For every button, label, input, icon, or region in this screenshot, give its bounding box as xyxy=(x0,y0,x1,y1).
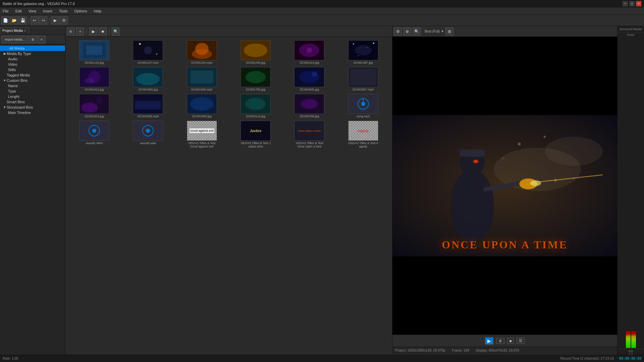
media-item-dcim1412[interactable]: DCIM1412.jpg xyxy=(68,66,120,92)
panel-tabs: Project Media ✕ xyxy=(0,26,65,35)
media-item-dcim1765[interactable]: DCIM1765.jpg xyxy=(229,66,282,92)
tree-main-timeline[interactable]: Main Timeline xyxy=(0,110,65,115)
tree-video[interactable]: Video xyxy=(0,62,65,67)
tree-audio[interactable]: Audio xyxy=(0,56,65,62)
settings-button[interactable]: ⚙ xyxy=(60,16,68,24)
view-btn[interactable]: ⊞ xyxy=(29,36,37,44)
media-item-vegas-good[interactable]: Good against evil VEGAS Titles & Text Go… xyxy=(176,120,228,149)
thumb-label-dcim1566: DCIM1566.jpg xyxy=(139,88,158,91)
preview-view-btn[interactable]: ⊞ xyxy=(445,27,453,36)
display-info: Display: 835x470x32; 29,970 xyxy=(476,349,519,352)
tree-item-label-type: Type xyxy=(8,89,16,93)
menu-help[interactable]: Help xyxy=(92,8,103,14)
tree-item-label-tagged: Tagged Media xyxy=(7,73,30,77)
menu-edit[interactable]: Edit xyxy=(14,8,23,14)
left-meter-bar xyxy=(626,331,631,348)
stop-btn[interactable]: ■ xyxy=(99,27,107,36)
media-item-dcim3112[interactable]: DCIM3112.jpg xyxy=(229,93,282,119)
menu-view[interactable]: View xyxy=(27,8,38,14)
svg-point-41 xyxy=(190,97,214,111)
render-button[interactable]: ▶ xyxy=(51,16,59,24)
project-info: Project: 1920x1080x128; 29,970p xyxy=(395,349,445,352)
left-panel: Project Media ✕ Import Media... ⊞ ≡ All … xyxy=(0,26,65,362)
thumb-label-dcim1566mp4: DCIM1566.mp4 xyxy=(191,88,212,91)
media-item-dcim1137[interactable]: DCIM1137.mov xyxy=(122,40,174,65)
media-item-dcim1387[interactable]: DCIM1387.jpg xyxy=(337,40,389,65)
svg-point-25 xyxy=(136,73,160,85)
media-item-dcim1939[interactable]: DCIM1939.mp4 xyxy=(122,93,174,119)
tree-arrow-6: ▼ xyxy=(3,106,7,109)
svg-point-55 xyxy=(545,137,603,166)
tree-item-label-length: Lenght xyxy=(8,95,19,99)
media-item-dcim1120[interactable]: DCIM1120.jpg xyxy=(68,40,120,65)
meters-container xyxy=(618,37,644,349)
thumb-label-dcim1867: DCIM1867.mp4 xyxy=(353,88,374,91)
tree-all-media[interactable]: All Media xyxy=(0,46,65,51)
tab-project-media[interactable]: Project Media ✕ xyxy=(0,27,29,34)
media-item-sound2[interactable]: sound2.wav xyxy=(122,120,174,149)
media-item-dcim1290[interactable]: DCIM1290.jpg xyxy=(229,40,282,65)
preview-zoom-btn[interactable]: 🔍 xyxy=(413,27,421,36)
media-item-vegas-once[interactable]: Once Upon a time VEGAS Titles & Text Onc… xyxy=(283,120,335,149)
tree-stills[interactable]: Stills xyxy=(0,67,65,72)
preview-snap-btn[interactable]: ⊕ xyxy=(403,27,411,36)
media-sort-btn[interactable]: ≡ xyxy=(76,27,84,36)
media-item-dcim1234[interactable]: DCIM1234.mp4 xyxy=(176,40,228,65)
preview-settings-btn[interactable]: ⚙ xyxy=(394,27,402,36)
menu-insert[interactable]: Insert xyxy=(42,8,54,14)
preview-image: Once Upon a Time xyxy=(392,37,617,335)
close-button[interactable]: ✕ xyxy=(636,1,641,6)
right-meter-bar xyxy=(631,331,636,348)
media-item-dcim1566mp4[interactable]: DCIM1566.mp4 xyxy=(176,66,228,92)
svg-point-11 xyxy=(244,44,267,57)
thumb-label-dcim1412: DCIM1412.jpg xyxy=(85,88,104,91)
media-item-song[interactable]: song.mp3 xyxy=(337,93,389,119)
tree-tagged-media[interactable]: Tagged Media xyxy=(0,72,65,78)
media-item-sound1[interactable]: sound1.WAV xyxy=(68,120,120,149)
thumb-label-dcim1999: DCIM1999.jpg xyxy=(192,115,212,118)
media-item-dcim1845[interactable]: DCIM1845.jpg xyxy=(283,66,335,92)
media-item-dcim1314[interactable]: DCIM1314.jpg xyxy=(283,40,335,65)
menu-options[interactable]: Options xyxy=(73,8,89,14)
preview-menu-btn[interactable]: ☰ xyxy=(517,338,525,344)
media-item-vegas-justice[interactable]: Justice VEGAS Titles & Text Justice wins xyxy=(229,120,282,149)
save-button[interactable]: 💾 xyxy=(19,16,27,24)
titlebar: Battle of the galaxies.veg - VEGAS Pro 1… xyxy=(0,0,644,7)
tree-length[interactable]: Lenght xyxy=(0,94,65,99)
svg-point-14 xyxy=(307,48,312,53)
media-item-dcim1867[interactable]: DCIM1867.mp4 xyxy=(337,66,389,92)
media-item-dcim1566[interactable]: DCIM1566.jpg xyxy=(122,66,174,92)
sort-btn[interactable]: ≡ xyxy=(38,36,46,44)
tree-custom-bins[interactable]: ▼ Custom Bins xyxy=(0,78,65,83)
tree-name[interactable]: Name xyxy=(0,83,65,88)
tree-storyboard[interactable]: ▼ Storyboard Bins xyxy=(0,105,65,110)
undo-button[interactable]: ↩ xyxy=(31,16,39,24)
redo-button[interactable]: ↪ xyxy=(39,16,47,24)
media-item-vegas-tragedy[interactable]: tragedy VEGAS Titles & Text tragedy xyxy=(337,120,389,149)
menu-tools[interactable]: Tools xyxy=(58,8,69,14)
media-item-dcim3768[interactable]: DCIM3768.jpg xyxy=(283,93,335,119)
svg-point-23 xyxy=(85,78,95,83)
minimize-button[interactable]: ─ xyxy=(623,1,628,6)
preview-pause-btn[interactable]: ⏸ xyxy=(496,338,504,344)
maximize-button[interactable]: □ xyxy=(629,1,635,6)
zoom-in-btn[interactable]: 🔍 xyxy=(112,27,120,36)
media-view-btn[interactable]: ⊞ xyxy=(67,27,75,36)
media-item-dcim1999[interactable]: DCIM1999.jpg xyxy=(176,93,228,119)
import-button[interactable]: Import Media... xyxy=(1,36,28,44)
preview-stop-btn[interactable]: ■ xyxy=(507,338,514,344)
svg-point-66 xyxy=(573,178,574,179)
tree-smart-bins[interactable]: Smart Bins xyxy=(0,99,65,105)
play-btn[interactable]: ▶ xyxy=(89,27,97,36)
menu-file[interactable]: File xyxy=(1,8,10,14)
open-button[interactable]: 📂 xyxy=(10,16,18,24)
tree-media-by-type[interactable]: ▶ Media By Type xyxy=(0,51,65,56)
new-button[interactable]: 📄 xyxy=(1,16,9,24)
preview-play-btn[interactable]: ▶ xyxy=(485,337,493,345)
audio-panel: Surround Master Front 0.0 0.0 Master xyxy=(617,26,644,362)
svg-rect-34 xyxy=(350,69,376,85)
thumb-label-dcim1939: DCIM1939.mp4 xyxy=(138,115,159,118)
tree-type[interactable]: Type xyxy=(0,88,65,94)
media-item-dcim1923[interactable]: DCIM1923.jpg xyxy=(68,93,120,119)
thumb-sound1 xyxy=(79,121,109,141)
